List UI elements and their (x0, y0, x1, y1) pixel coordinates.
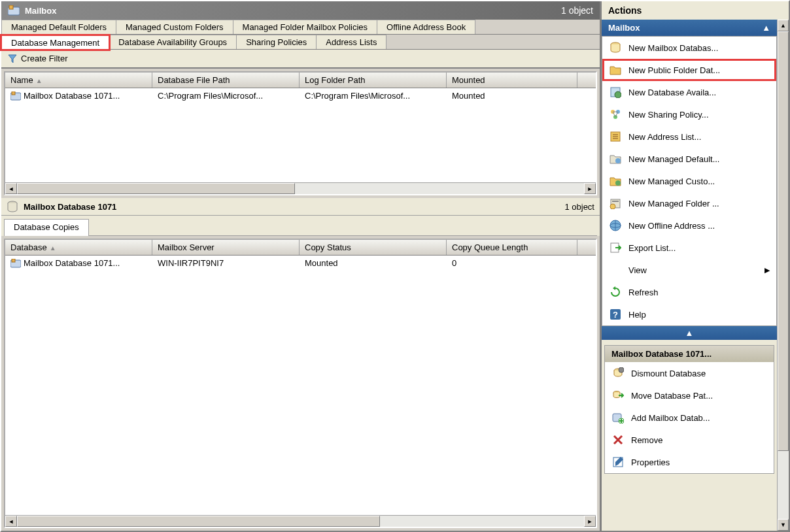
help-icon: ? (609, 308, 622, 321)
action-new-managed-default[interactable]: New Managed Default... (602, 148, 776, 170)
tab-managed-custom-folders[interactable]: Managed Custom Folders (116, 20, 233, 34)
cell: C:\Program Files\Microsof... (300, 90, 447, 102)
table-row[interactable]: Mailbox Database 1071...C:\Program Files… (5, 88, 596, 103)
action-remove[interactable]: Remove (605, 429, 774, 451)
svg-point-18 (615, 180, 621, 186)
tab-database-management[interactable]: Database Management (1, 35, 109, 50)
column-header[interactable]: Database File Path (152, 73, 300, 88)
copies-list: Database▲Mailbox ServerCopy StatusCopy Q… (4, 239, 597, 528)
adddb-icon (611, 411, 625, 424)
scroll-left-button[interactable]: ◄ (5, 516, 17, 527)
action-export-list[interactable]: Export List... (602, 237, 776, 259)
sharing-icon (609, 108, 622, 121)
dismount-icon (611, 367, 625, 380)
svg-rect-20 (612, 201, 619, 202)
tab-row-2: Database ManagementDatabase Availability… (1, 35, 600, 50)
tab-managed-folder-mailbox-policies[interactable]: Managed Folder Mailbox Policies (233, 20, 377, 34)
svg-point-21 (610, 204, 615, 209)
props-icon (611, 456, 625, 469)
column-header[interactable]: Copy Status (300, 240, 447, 255)
mailbox-icon (8, 5, 20, 16)
column-header[interactable]: Log Folder Path (300, 73, 447, 88)
tab-database-availability-groups[interactable]: Database Availability Groups (109, 35, 237, 49)
action-new-mailbox-databas[interactable]: New Mailbox Databas... (602, 37, 776, 59)
action-properties[interactable]: Properties (605, 451, 774, 473)
section-collapse-bar[interactable]: ▲ (602, 326, 777, 340)
database-row-icon (10, 259, 21, 268)
cell: C:\Program Files\Microsof... (152, 90, 300, 102)
sort-asc-icon: ▲ (50, 244, 56, 252)
svg-rect-6 (12, 259, 15, 262)
copies-list-rows: Mailbox Database 1071...WIN-IIR7PIT9NI7M… (5, 256, 596, 515)
action-new-database-availa[interactable]: New Database Availa... (602, 81, 776, 103)
scroll-right-button[interactable]: ► (584, 516, 596, 527)
actions-section-database-label: Mailbox Database 1071... (611, 349, 712, 359)
move-icon (611, 389, 625, 402)
action-label: New Mailbox Databas... (628, 43, 718, 53)
action-help[interactable]: ?Help (602, 303, 776, 325)
action-new-address-list[interactable]: New Address List... (602, 125, 776, 148)
detail-header: Mailbox Database 1071 1 object (1, 198, 600, 216)
cell: WIN-IIR7PIT9NI7 (152, 257, 300, 269)
action-add-mailbox-datab[interactable]: Add Mailbox Datab... (605, 407, 774, 429)
cell: 0 (447, 257, 577, 269)
scroll-down-button[interactable]: ▼ (778, 519, 789, 531)
copies-list-headers: Database▲Mailbox ServerCopy StatusCopy Q… (5, 240, 596, 256)
action-label: New Managed Default... (628, 154, 719, 164)
actions-list-database: Dismount DatabaseMove Database Pat...Add… (605, 362, 774, 473)
mailbox-title: Mailbox (25, 6, 56, 16)
folder-icon (609, 63, 622, 76)
tab-database-copies[interactable]: Database Copies (4, 219, 89, 236)
tab-sharing-policies[interactable]: Sharing Policies (236, 35, 317, 49)
svg-point-9 (615, 91, 621, 98)
action-new-managed-folder[interactable]: New Managed Folder ... (602, 192, 776, 214)
action-view[interactable]: View▶ (602, 259, 776, 281)
action-dismount-database[interactable]: Dismount Database (605, 362, 774, 384)
action-move-database-pat[interactable]: Move Database Pat... (605, 384, 774, 407)
svg-point-17 (615, 158, 621, 163)
action-label: Dismount Database (631, 369, 706, 378)
scroll-up-button[interactable]: ▲ (778, 20, 789, 31)
mgfolder-icon (609, 197, 622, 210)
svg-rect-3 (12, 91, 15, 95)
remove-icon (611, 433, 625, 446)
actions-vscrollbar[interactable]: ▲ ▼ (777, 20, 789, 531)
action-refresh[interactable]: Refresh (602, 281, 776, 303)
chevron-up-icon: ▲ (762, 23, 770, 33)
actions-section-database[interactable]: Mailbox Database 1071... (605, 346, 774, 362)
copies-list-hscrollbar[interactable]: ◄ ► (5, 515, 596, 527)
addrlist-icon (609, 130, 622, 143)
create-filter-button[interactable]: Create Filter (8, 54, 593, 63)
cell: Mounted (300, 257, 447, 269)
scroll-right-button[interactable]: ► (584, 183, 596, 194)
column-header[interactable]: Database▲ (5, 240, 152, 255)
action-label: New Database Availa... (628, 88, 716, 97)
tab-managed-default-folders[interactable]: Managed Default Folders (1, 20, 116, 34)
action-new-sharing-policy[interactable]: New Sharing Policy... (602, 103, 776, 125)
action-new-managed-custo[interactable]: New Managed Custo... (602, 170, 776, 192)
cell: Mounted (447, 90, 577, 102)
action-label: Refresh (628, 288, 659, 297)
action-new-public-folder-dat[interactable]: New Public Folder Dat... (602, 59, 776, 81)
action-label: New Offline Address ... (628, 221, 715, 231)
mgcust-icon (609, 175, 622, 188)
svg-text:?: ? (613, 310, 618, 320)
mgdef-icon (609, 152, 622, 165)
actions-section-mailbox[interactable]: Mailbox ▲ (602, 20, 777, 36)
tab-address-lists[interactable]: Address Lists (316, 35, 386, 49)
column-header[interactable]: Copy Queue Length (447, 240, 577, 255)
action-label: Remove (631, 435, 662, 445)
svg-point-29 (619, 367, 624, 373)
action-label: New Managed Custo... (628, 176, 715, 186)
database-icon (7, 201, 18, 212)
scroll-left-button[interactable]: ◄ (5, 183, 17, 194)
column-header[interactable]: Name▲ (5, 73, 152, 88)
column-header[interactable]: Mailbox Server (152, 240, 300, 255)
column-header[interactable]: Mounted (447, 73, 577, 88)
action-new-offline-address[interactable]: New Offline Address ... (602, 214, 776, 237)
database-row-icon (10, 91, 21, 101)
database-list-hscrollbar[interactable]: ◄ ► (5, 182, 596, 194)
table-row[interactable]: Mailbox Database 1071...WIN-IIR7PIT9NI7M… (5, 256, 596, 271)
detail-object-count: 1 object (564, 202, 594, 212)
tab-offline-address-book[interactable]: Offline Address Book (377, 20, 475, 34)
